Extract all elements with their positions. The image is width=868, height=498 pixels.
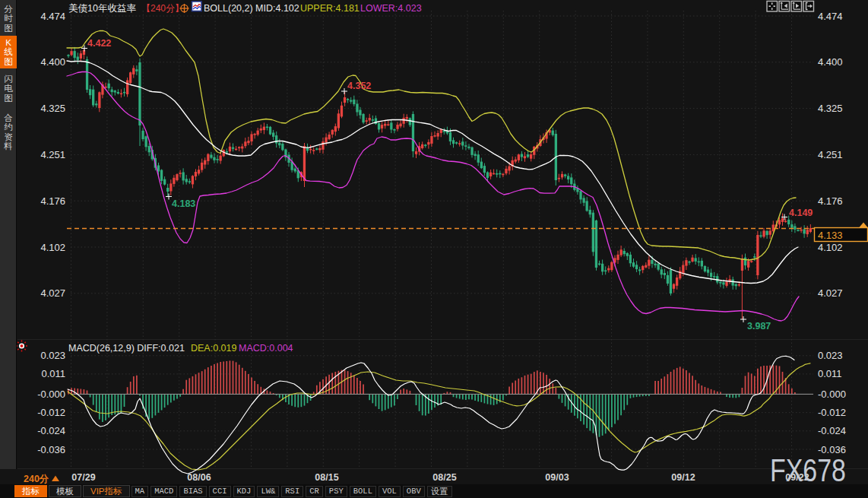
svg-text:4.251: 4.251	[40, 149, 65, 160]
svg-text:MACD(26,12,9) DIFF:0.021: MACD(26,12,9) DIFF:0.021	[68, 343, 185, 354]
svg-text:-0.000: -0.000	[37, 389, 65, 400]
svg-text:-0.024: -0.024	[818, 425, 846, 436]
svg-text:4.325: 4.325	[40, 103, 65, 114]
svg-text:FX678: FX678	[770, 452, 846, 488]
svg-text:4.474: 4.474	[818, 11, 843, 22]
svg-text:-0.012: -0.012	[37, 407, 65, 418]
svg-text:MACD:0.004: MACD:0.004	[239, 343, 293, 354]
svg-text:BOLL(20,2) MID:4.102: BOLL(20,2) MID:4.102	[204, 3, 299, 14]
svg-text:4.400: 4.400	[818, 56, 843, 68]
svg-text:4.325: 4.325	[818, 103, 843, 114]
svg-text:4.149: 4.149	[789, 208, 813, 218]
svg-text:4.400: 4.400	[40, 56, 65, 68]
svg-text:4.102: 4.102	[818, 242, 843, 253]
svg-text:-0.024: -0.024	[37, 425, 65, 436]
svg-text:【240分】: 【240分】	[141, 3, 184, 14]
svg-text:4.251: 4.251	[818, 149, 843, 160]
svg-text:07/29: 07/29	[71, 472, 95, 483]
svg-text:4.102: 4.102	[40, 242, 65, 253]
svg-text:08/15: 08/15	[315, 472, 338, 483]
svg-text:4.027: 4.027	[40, 287, 65, 299]
svg-text:240分: 240分	[24, 474, 49, 484]
svg-text:0.011: 0.011	[818, 368, 842, 379]
svg-text:4.183: 4.183	[172, 198, 195, 209]
svg-text:0.023: 0.023	[818, 350, 843, 361]
svg-text:4.176: 4.176	[818, 195, 843, 207]
svg-text:08/25: 08/25	[432, 472, 456, 483]
svg-text:3.987: 3.987	[747, 321, 771, 331]
svg-text:08/06: 08/06	[187, 472, 211, 483]
svg-text:4.133: 4.133	[818, 230, 843, 241]
svg-text:09/03: 09/03	[545, 472, 569, 483]
svg-text:美债10年收益率: 美债10年收益率	[68, 3, 136, 14]
svg-text:-0.012: -0.012	[818, 407, 846, 418]
svg-text:-0.036: -0.036	[37, 444, 65, 455]
svg-text:4.176: 4.176	[40, 195, 65, 207]
svg-text:09/12: 09/12	[671, 472, 695, 483]
svg-text:0.023: 0.023	[40, 350, 65, 361]
svg-text:4.422: 4.422	[87, 38, 111, 49]
svg-text:DEA:0.019: DEA:0.019	[191, 343, 237, 354]
svg-text:UPPER:4.181: UPPER:4.181	[300, 3, 360, 14]
svg-text:4.352: 4.352	[347, 81, 371, 91]
svg-text:-0.000: -0.000	[818, 389, 846, 400]
svg-text:LOWER:4.023: LOWER:4.023	[360, 3, 422, 14]
svg-text:4.474: 4.474	[40, 11, 65, 22]
svg-text:4.027: 4.027	[818, 287, 843, 299]
svg-text:0.011: 0.011	[41, 368, 65, 379]
